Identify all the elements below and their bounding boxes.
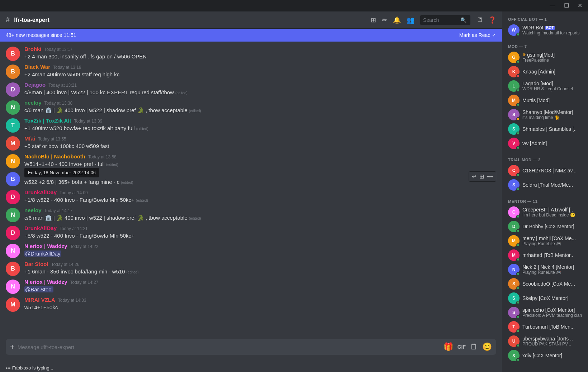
threads-icon[interactable]: ⊞ [371, 16, 376, 24]
message-group: BBrohkiToday at 13:17+2 4 man 300, insan… [0, 44, 502, 62]
member-item[interactable]: Uuberspybwana [Jorts ..PROUD PAKISTANI P… [505, 334, 585, 348]
member-item[interactable]: MMuttis [Mod] [505, 93, 585, 108]
avatar[interactable]: B [6, 262, 20, 276]
member-item[interactable]: SShannyo [Mod/Mentor]it's malding time 🐈 [505, 108, 585, 122]
avatar[interactable]: D [6, 226, 20, 240]
emoji-icon[interactable]: 😊 [482, 342, 492, 352]
member-item[interactable]: Sspin echo [CoX Mentor]Precision: A PVM … [505, 305, 585, 320]
member-item[interactable]: Mmeny | mohji [CoX Me...Playing RuneLite… [505, 234, 585, 248]
username[interactable]: Brohki [24, 46, 42, 52]
close-button[interactable]: ✕ [575, 0, 585, 11]
status-indicator [516, 301, 520, 304]
new-messages-banner[interactable]: 48+ new messages since 11:51 Mark as Rea… [0, 29, 502, 42]
avatar[interactable]: B [6, 65, 20, 79]
username[interactable]: MIRAI VZLA [24, 297, 55, 303]
username[interactable]: NachoBlu | Nachobooth [24, 153, 85, 159]
username[interactable]: DrunkAllDay [24, 225, 57, 231]
reply-icon[interactable]: ↩ [472, 173, 476, 180]
username[interactable]: N eriox | Waddzy [24, 279, 67, 285]
message-text: +5/8 w522 - 400 Invo - Fang/Bowfa Mln 50… [24, 232, 496, 239]
tooltip: Friday, 18 November 2022 14:06 [24, 168, 99, 177]
avatar[interactable]: N [6, 280, 20, 294]
member-item[interactable]: SScoobiedoO [CoX Me... [505, 277, 585, 291]
members-section-official-bot: OFFICIAL BOT — 1WWDR BotBOTWatching !mod… [502, 11, 588, 39]
notification-icon[interactable]: 🔔 [393, 16, 401, 24]
avatar[interactable]: D [6, 82, 20, 97]
member-item[interactable]: SSkelpy [CoX Mentor] [505, 291, 585, 305]
member-status-text: Playing RuneLite 🎮 [522, 270, 582, 275]
message-input[interactable] [18, 340, 441, 354]
more-options-icon[interactable]: ••• [487, 173, 493, 180]
member-item[interactable]: TTurbosmurf [ToB Men... [505, 320, 585, 334]
member-avatar: M [508, 249, 520, 261]
avatar[interactable]: N [6, 244, 20, 258]
member-item[interactable]: WWDR BotBOTWatching !modmail for reports [505, 23, 585, 37]
member-item[interactable]: SShmables | Snambles [.. [505, 122, 585, 136]
username[interactable]: Dejagoo [24, 82, 46, 88]
timestamp: Today at 14:09 [60, 190, 88, 195]
crown-icon: ♛ [522, 52, 526, 57]
message-text: @DrunkAllDay [24, 250, 496, 257]
avatar[interactable]: D [6, 190, 20, 204]
message-group: NneeloyToday at 13:38c/6 man 🏛️ | 🐊 400 … [0, 98, 502, 116]
member-item[interactable]: Vvw [Admin] [505, 136, 585, 151]
username[interactable]: ToxZik | ToxZik Alt [24, 118, 71, 124]
member-item[interactable]: DDr Bobby [CoX Mentor] [505, 219, 585, 234]
timestamp: Today at 14:17 [44, 208, 73, 213]
timestamp: Today at 14:26 [51, 262, 80, 267]
avatar[interactable]: M [6, 297, 20, 312]
timestamp: Today at 13:21 [48, 83, 77, 88]
member-name: meny | mohji [CoX Me... [522, 235, 576, 241]
avatar[interactable]: N [6, 154, 20, 168]
member-item[interactable]: NNick 2 | Nick 4 [Mentor]Playing RuneLit… [505, 262, 585, 277]
message-text: +5 staf or bow 100kc 400 w509 fast [24, 142, 496, 150]
username[interactable]: DrunkAllDay [24, 189, 57, 195]
members-icon[interactable]: 👥 [407, 16, 414, 24]
member-avatar: W [508, 24, 520, 36]
search-bar[interactable]: 🔍 [420, 15, 470, 25]
search-icon: 🔍 [460, 17, 466, 23]
inbox-icon[interactable]: 🖥 [476, 16, 483, 24]
status-indicator [516, 60, 520, 63]
avatar[interactable]: B [6, 172, 20, 186]
avatar[interactable]: B [6, 47, 20, 61]
gif-icon[interactable]: GIF [457, 344, 466, 350]
search-input[interactable] [423, 17, 459, 23]
gift-icon[interactable]: 🎁 [444, 342, 453, 352]
minimize-button[interactable]: — [547, 0, 558, 11]
status-indicator [516, 117, 520, 121]
member-item[interactable]: Xxdiv [CoX Mentor] [505, 348, 585, 363]
username[interactable]: N eriox | Waddzy [24, 243, 67, 249]
add-attachment-icon[interactable]: + [10, 342, 15, 352]
member-name: Shannyo [Mod/Mentor] [522, 109, 573, 115]
add-reaction-icon[interactable]: ⊞ [479, 173, 484, 180]
mark-as-read-button[interactable]: Mark as Read ✓ [459, 32, 496, 38]
member-item[interactable]: CCreeperBF | A1rwolf [..I'm here but Dea… [505, 205, 585, 219]
member-status-text: Playing RuneLite 🎮 [522, 241, 582, 246]
member-item[interactable]: G♛gstring[Mod]FreePalestine [505, 50, 585, 65]
maximize-button[interactable]: ☐ [561, 0, 572, 11]
status-indicator [516, 187, 520, 191]
edit-icon[interactable]: ✏ [382, 16, 387, 24]
username[interactable]: Bar Stool [24, 261, 48, 267]
member-item[interactable]: CC18H27NO3 | NMZ av... [505, 163, 585, 178]
username[interactable]: Black War [24, 64, 50, 70]
member-name: Skelpy [CoX Mentor] [522, 295, 568, 301]
member-avatar: S [508, 307, 520, 318]
member-item[interactable]: LLagado [Mod]WDR HR & Legal Counsel [505, 79, 585, 93]
username[interactable]: Mfai [24, 135, 35, 142]
member-item[interactable]: KKnaag [Admin] [505, 65, 585, 79]
username[interactable]: neeloy [24, 100, 42, 106]
avatar[interactable]: T [6, 118, 20, 133]
member-item[interactable]: SSeldru [Trial Mod/Me... [505, 178, 585, 192]
avatar[interactable]: N [6, 100, 20, 115]
sticker-icon[interactable]: 🗒 [470, 342, 478, 352]
member-name: C18H27NO3 | NMZ av... [522, 168, 577, 173]
help-icon[interactable]: ❓ [488, 16, 496, 24]
status-indicator [516, 132, 520, 135]
message-text: w514+1+50kc [24, 304, 496, 311]
username[interactable]: neeloy [24, 207, 42, 213]
avatar[interactable]: N [6, 208, 20, 222]
member-item[interactable]: Mmrhatted [ToB Mentor.. [505, 248, 585, 262]
avatar[interactable]: M [6, 136, 20, 151]
